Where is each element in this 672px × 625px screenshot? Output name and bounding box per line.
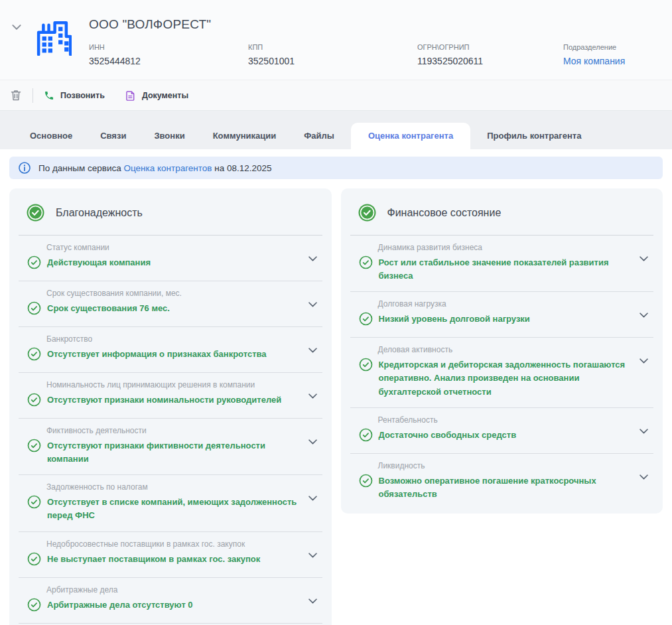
item-label: Недобросовестные поставщики в рамках гос… bbox=[46, 539, 299, 549]
assessment-item[interactable]: Деловая активность Кредиторская и дебито… bbox=[350, 338, 654, 407]
item-value-row: Не выступает поставщиком в рамках гос. з… bbox=[19, 553, 299, 569]
tab-1[interactable]: Основное bbox=[30, 123, 72, 149]
item-value-row: Действующая компания bbox=[19, 256, 299, 272]
item-label: Динамика развития бизнеса bbox=[378, 243, 630, 252]
chevron-down-icon[interactable] bbox=[308, 595, 317, 607]
assessment-panel: Финансовое состояние Динамика развития б… bbox=[341, 188, 663, 514]
banner-service-link[interactable]: Оценка контрагентов bbox=[124, 163, 212, 173]
company-building-icon bbox=[33, 17, 72, 58]
chevron-down-icon[interactable] bbox=[308, 492, 317, 504]
item-label: Долговая нагрузка bbox=[378, 299, 630, 309]
phone-icon bbox=[44, 90, 54, 101]
documents-button[interactable]: Документы bbox=[125, 90, 188, 102]
call-button[interactable]: Позвонить bbox=[44, 90, 105, 101]
chevron-down-icon[interactable] bbox=[308, 436, 317, 448]
assessment-item[interactable]: Недобросовестные поставщики в рамках гос… bbox=[19, 532, 322, 578]
info-banner: По данным сервиса Оценка контрагентов на… bbox=[9, 157, 663, 179]
chevron-down-icon[interactable] bbox=[12, 21, 23, 33]
tabbar: Основное Связи Звонки Коммуникации Файлы… bbox=[0, 111, 672, 149]
item-value: Не выступает поставщиком в рамках гос. з… bbox=[47, 553, 260, 566]
panel-items: Статус компании Действующая компания Сро… bbox=[19, 236, 322, 625]
item-value: Рост или стабильное значение показателей… bbox=[379, 256, 630, 283]
check-circle-icon bbox=[359, 474, 373, 490]
assessment-item[interactable]: Срок существования компании, мес. Срок с… bbox=[19, 281, 322, 327]
item-value-row: Рост или стабильное значение показателей… bbox=[350, 256, 630, 283]
item-label: Ликвидность bbox=[378, 461, 630, 470]
toolbar-divider bbox=[33, 88, 33, 103]
tab-3[interactable]: Звонки bbox=[154, 123, 184, 149]
check-circle-icon bbox=[359, 428, 373, 445]
panel-items: Динамика развития бизнеса Рост или стаби… bbox=[350, 236, 654, 510]
chevron-down-icon[interactable] bbox=[639, 471, 648, 483]
banner-prefix: По данным сервиса bbox=[38, 163, 121, 173]
check-circle-icon bbox=[27, 347, 41, 364]
item-label: Статус компании bbox=[46, 243, 299, 252]
panel-header: Финансовое состояние bbox=[350, 188, 654, 236]
item-label: Задолженность по налогам bbox=[46, 482, 299, 492]
panel-check-badge-icon bbox=[358, 204, 376, 222]
item-value-row: Возможно оперативное погашение краткосро… bbox=[350, 474, 630, 501]
chevron-down-icon[interactable] bbox=[308, 299, 317, 311]
chevron-down-icon[interactable] bbox=[308, 390, 317, 402]
company-info: ООО "ВОЛФОРЕСТ" ИНН 3525444812 КПП 35250… bbox=[89, 17, 672, 66]
toolbar: Позвонить Документы bbox=[0, 80, 672, 111]
item-label: Банкротство bbox=[46, 334, 299, 344]
field-value: 352501001 bbox=[248, 56, 417, 66]
tab-4[interactable]: Коммуникации bbox=[213, 123, 277, 149]
item-value-row: Арбитражные дела отсутствуют 0 bbox=[19, 598, 299, 614]
item-label: Номинальность лиц принимающих решения в … bbox=[46, 380, 299, 389]
item-label: Рентабельность bbox=[378, 415, 630, 425]
check-circle-icon bbox=[27, 393, 41, 409]
tab-5[interactable]: Файлы bbox=[304, 123, 334, 149]
assessment-item[interactable]: Динамика развития бизнеса Рост или стаби… bbox=[350, 236, 654, 292]
assessment-panel: Благонадежность Статус компании Действую… bbox=[9, 188, 332, 625]
check-circle-icon bbox=[359, 358, 373, 374]
check-circle-icon bbox=[27, 495, 41, 512]
chevron-down-icon[interactable] bbox=[639, 253, 648, 265]
field-label: ОГРН\ОГРНИП bbox=[417, 43, 563, 51]
check-circle-icon bbox=[27, 255, 41, 272]
item-label: Деловая активность bbox=[378, 345, 630, 354]
check-circle-icon bbox=[359, 312, 373, 328]
assessment-item[interactable]: Фиктивность деятельности Отсутствуют при… bbox=[19, 419, 322, 475]
chevron-down-icon[interactable] bbox=[308, 549, 317, 561]
chevron-down-icon[interactable] bbox=[308, 253, 317, 265]
item-value: Отсутствует информация о признаках банкр… bbox=[47, 348, 267, 361]
field-value: 3525444812 bbox=[89, 56, 248, 66]
chevron-down-icon[interactable] bbox=[639, 425, 648, 437]
assessment-item[interactable]: Банкротство Отсутствует информация о при… bbox=[19, 327, 322, 373]
assessment-item[interactable]: Статус компании Действующая компания bbox=[19, 236, 322, 281]
assessment-item[interactable]: Задолженность по налогам Отсутствует в с… bbox=[19, 475, 322, 531]
tab-6[interactable]: Оценка контрагента bbox=[351, 123, 470, 149]
assessment-panels: Благонадежность Статус компании Действую… bbox=[9, 188, 663, 625]
field-value: 1193525020611 bbox=[417, 56, 563, 66]
panel-title: Благонадежность bbox=[56, 207, 143, 219]
content: По данным сервиса Оценка контрагентов на… bbox=[0, 149, 672, 625]
item-value-row: Отсутствуют признаки фиктивности деятель… bbox=[19, 439, 299, 466]
assessment-item[interactable]: Ликвидность Возможно оперативное погашен… bbox=[350, 454, 654, 510]
field-label: Подразделение bbox=[563, 43, 625, 51]
tab-2[interactable]: Связи bbox=[100, 123, 126, 149]
item-value: Отсутствует в списке компаний, имеющих з… bbox=[47, 496, 299, 522]
assessment-item[interactable]: Долговая нагрузка Низкий уровень долгово… bbox=[350, 292, 654, 338]
assessment-item[interactable]: Номинальность лиц принимающих решения в … bbox=[19, 373, 322, 419]
company-detail-page: ООО "ВОЛФОРЕСТ" ИНН 3525444812 КПП 35250… bbox=[0, 0, 672, 625]
assessment-item[interactable]: Рентабельность Достаточно свободных сред… bbox=[350, 408, 654, 454]
chevron-down-icon[interactable] bbox=[639, 309, 648, 321]
panel-header: Благонадежность bbox=[19, 188, 322, 236]
company-field: Подразделение Моя компания bbox=[563, 43, 625, 66]
field-label: ИНН bbox=[89, 43, 248, 51]
item-value-row: Отсутствует информация о признаках банкр… bbox=[19, 348, 299, 364]
item-value-row: Отсутствует в списке компаний, имеющих з… bbox=[19, 496, 299, 522]
chevron-down-icon[interactable] bbox=[639, 355, 648, 367]
company-fields: ИНН 3525444812 КПП 352501001 ОГРН\ОГРНИП… bbox=[89, 43, 672, 66]
field-value-link[interactable]: Моя компания bbox=[563, 56, 625, 66]
company-title: ООО "ВОЛФОРЕСТ" bbox=[89, 17, 672, 32]
chevron-down-icon[interactable] bbox=[308, 344, 317, 356]
document-icon bbox=[125, 90, 136, 102]
field-label: КПП bbox=[248, 43, 417, 51]
trash-button[interactable] bbox=[10, 89, 22, 102]
item-value-row: Срок существования 76 мес. bbox=[19, 302, 299, 318]
tab-7[interactable]: Профиль контрагента bbox=[487, 123, 581, 149]
assessment-item[interactable]: Арбитражные дела Арбитражные дела отсутс… bbox=[19, 578, 322, 624]
